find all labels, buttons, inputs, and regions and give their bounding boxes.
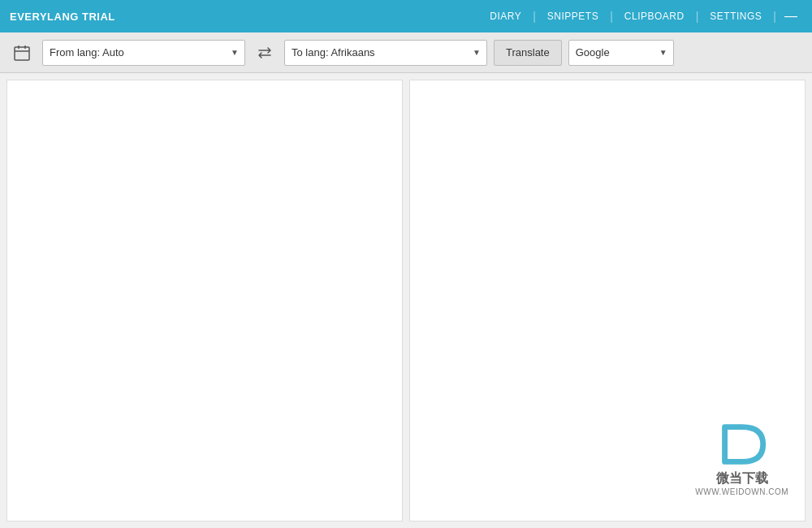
nav-settings[interactable]: SETTINGS	[702, 11, 770, 22]
main-content: 微当下载 WWW.WEIDOWN.COM	[0, 73, 812, 528]
calendar-icon[interactable]	[8, 39, 36, 67]
nav-clipboard[interactable]: CLIPBOARD	[616, 11, 693, 22]
toolbar: From lang: Auto From lang: English From …	[0, 32, 812, 73]
nav-snippets[interactable]: SNIPPETS	[539, 11, 607, 22]
svg-rect-0	[15, 47, 29, 60]
nav-diary[interactable]: DIARY	[482, 11, 529, 22]
to-lang-wrapper: To lang: Afrikaans To lang: English To l…	[284, 40, 487, 66]
watermark-text-cn: 微当下载	[695, 470, 788, 487]
translated-text-panel: 微当下载 WWW.WEIDOWN.COM	[409, 80, 806, 522]
watermark-text-url: WWW.WEIDOWN.COM	[695, 487, 788, 496]
panel-divider	[403, 80, 409, 522]
nav-sep-2: |	[610, 10, 613, 23]
from-lang-select[interactable]: From lang: Auto From lang: English From …	[42, 40, 245, 66]
title-bar-nav: DIARY | SNIPPETS | CLIPBOARD | SETTINGS …	[482, 10, 802, 23]
swap-languages-button[interactable]	[252, 40, 278, 66]
app-title: EVERYLANG TRIAL	[10, 11, 115, 23]
source-textarea[interactable]	[7, 80, 402, 521]
engine-select[interactable]: Google Bing DeepL Yandex	[568, 40, 674, 66]
watermark: 微当下载 WWW.WEIDOWN.COM	[695, 420, 788, 496]
from-lang-wrapper: From lang: Auto From lang: English From …	[42, 40, 245, 66]
minimize-button[interactable]: —	[780, 10, 802, 23]
engine-wrapper: Google Bing DeepL Yandex ▼	[568, 40, 674, 66]
nav-sep-3: |	[696, 10, 699, 23]
source-text-panel	[6, 80, 403, 522]
watermark-logo	[695, 420, 788, 469]
translate-button[interactable]: Translate	[494, 40, 562, 66]
nav-sep-4: |	[773, 10, 776, 23]
nav-sep-1: |	[533, 10, 536, 23]
title-bar-left: EVERYLANG TRIAL	[10, 11, 115, 23]
to-lang-select[interactable]: To lang: Afrikaans To lang: English To l…	[284, 40, 487, 66]
title-bar: EVERYLANG TRIAL DIARY | SNIPPETS | CLIPB…	[0, 0, 812, 32]
